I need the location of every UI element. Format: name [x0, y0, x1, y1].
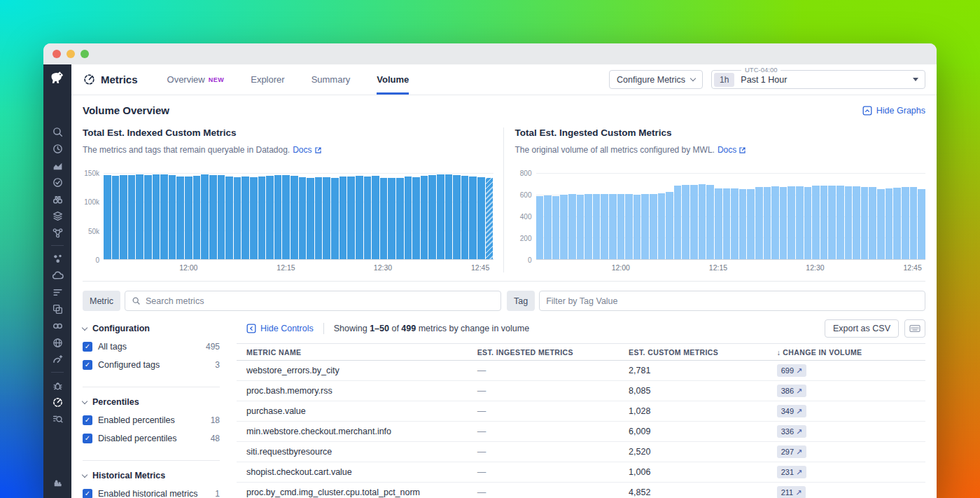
chart-bar — [193, 176, 201, 259]
monitors-icon[interactable] — [49, 174, 66, 191]
tag-filter-box[interactable] — [539, 291, 925, 311]
chart-bar — [250, 177, 258, 259]
sort-descending-icon: ↓ — [777, 348, 781, 357]
ci-pipelines-icon[interactable] — [49, 317, 66, 334]
tab-overview[interactable]: OverviewNEW — [167, 64, 225, 95]
search-metrics-input[interactable] — [146, 296, 494, 306]
chart-bar — [706, 185, 714, 259]
est-custom-cell: 4,852 — [619, 487, 767, 497]
docs-link[interactable]: Docs — [718, 145, 746, 155]
hide-graphs-link[interactable]: Hide Graphs — [862, 106, 925, 116]
tab-volume[interactable]: Volume — [377, 64, 409, 95]
metrics-explorer-icon[interactable] — [49, 410, 66, 427]
metrics-gauge-icon — [83, 73, 96, 86]
minimize-button[interactable] — [66, 50, 75, 58]
chart-bar — [266, 176, 274, 259]
security-icon[interactable] — [49, 377, 66, 394]
metric-search-box[interactable] — [125, 291, 501, 311]
table-row[interactable]: siti.requestbyresource—2,520297↗ — [237, 442, 925, 462]
change-in-volume-cell: 336↗ — [767, 425, 925, 438]
service-map-icon[interactable] — [49, 224, 66, 241]
time-range-picker[interactable]: UTC-04:00 1h Past 1 Hour — [711, 70, 925, 89]
database-monitoring-icon[interactable] — [49, 334, 66, 351]
chart-bar — [699, 184, 706, 259]
table-row[interactable]: proc.by_cmd.img_cluster.cpu.total_pct_no… — [237, 483, 925, 498]
chart-bar — [201, 174, 209, 259]
filter-checkbox-item[interactable]: ✓Enabled historical metrics1 — [83, 489, 220, 498]
checkbox[interactable]: ✓ — [83, 434, 92, 443]
column-metric-name[interactable]: METRIC NAME — [237, 348, 468, 357]
cloud-icon[interactable] — [49, 267, 66, 284]
keyboard-shortcuts-button[interactable] — [904, 319, 925, 338]
window-titlebar[interactable] — [43, 43, 937, 64]
chart-bar — [241, 177, 249, 259]
tab-explorer[interactable]: Explorer — [251, 64, 284, 95]
filter-checkbox-item[interactable]: ✓Enabled percentiles18 — [83, 415, 220, 425]
tab-summary[interactable]: Summary — [312, 64, 351, 95]
chart-bar — [796, 186, 804, 259]
checkbox[interactable]: ✓ — [83, 415, 92, 425]
est-ingested-cell: — — [468, 366, 619, 375]
chart-bar — [625, 194, 633, 259]
table-row[interactable]: proc.bash.memory.rss—8,085386↗ — [237, 381, 925, 401]
filter-checkbox-item[interactable]: ✓Configured tags3 — [83, 360, 220, 370]
processes-icon[interactable] — [49, 250, 66, 267]
datadog-logo-icon[interactable] — [48, 70, 66, 88]
chart-bar — [861, 187, 869, 259]
chart-bar — [421, 176, 428, 259]
checkbox[interactable]: ✓ — [83, 342, 92, 352]
chart-bar — [364, 177, 372, 259]
chart-bar — [331, 178, 339, 259]
column-change-in-volume[interactable]: ↓CHANGE IN VOLUME — [767, 348, 925, 357]
checkbox[interactable]: ✓ — [83, 360, 92, 370]
column-est-custom[interactable]: EST. CUSTOM METRICS — [619, 348, 767, 357]
metrics-icon-active[interactable] — [49, 394, 66, 410]
table-row[interactable]: shopist.checkout.cart.value—1,006231↗ — [237, 462, 925, 483]
est-ingested-cell: — — [468, 427, 619, 436]
search-icon[interactable] — [49, 123, 66, 140]
chart-bar — [820, 186, 828, 259]
filter-checkbox-item[interactable]: ✓Disabled percentiles48 — [83, 434, 220, 443]
time-range-label: Past 1 Hour — [741, 75, 787, 85]
chart-bar — [104, 175, 111, 259]
dashboards-icon[interactable] — [49, 157, 66, 174]
integrations-icon[interactable] — [49, 474, 66, 491]
export-csv-button[interactable]: Export as CSV — [825, 319, 899, 338]
filter-checkbox-item[interactable]: ✓All tags495 — [83, 342, 220, 352]
filter-group-header[interactable]: Percentiles — [83, 397, 220, 407]
close-button[interactable] — [52, 50, 61, 58]
watchdog-icon[interactable] — [49, 191, 66, 207]
nav-tabs: OverviewNEW Explorer Summary Volume — [167, 64, 410, 95]
infrastructure-icon[interactable] — [49, 207, 66, 224]
change-badge: 231↗ — [777, 466, 807, 478]
table-row[interactable]: min.webstore.checkout.merchant.info—6,00… — [237, 422, 925, 442]
chart-title: Total Est. Indexed Custom Metrics — [83, 127, 493, 138]
hide-controls-link[interactable]: Hide Controls — [246, 324, 314, 333]
logs-icon[interactable] — [49, 284, 66, 300]
checkbox[interactable]: ✓ — [83, 489, 92, 498]
filter-group-header[interactable]: Historical Metrics — [83, 471, 220, 480]
docs-link[interactable]: Docs — [293, 145, 321, 155]
maximize-button[interactable] — [80, 50, 89, 58]
table-body: webstore_errors.by_city—2,781699↗proc.ba… — [237, 361, 925, 498]
table-row[interactable]: purchase.value—1,028349↗ — [237, 401, 925, 422]
est-custom-cell: 2,520 — [619, 447, 767, 457]
chart-subtitle: The metrics and tags that remain queryab… — [83, 145, 493, 155]
column-est-ingested[interactable]: EST. INGESTED METRICS — [468, 348, 619, 357]
synthetics-icon[interactable] — [49, 351, 66, 368]
events-icon[interactable] — [49, 140, 66, 157]
chart-bar — [715, 188, 722, 259]
change-in-volume-cell: 231↗ — [767, 466, 925, 478]
chart-bar — [869, 187, 876, 259]
configure-metrics-button[interactable]: Configure Metrics — [609, 70, 703, 89]
indexed-metrics-bar-chart[interactable] — [104, 173, 493, 260]
chart-bar — [828, 186, 836, 259]
chart-bar — [658, 193, 666, 259]
ingested-metrics-bar-chart[interactable] — [536, 173, 926, 260]
tag-filter-input[interactable] — [546, 296, 918, 306]
filter-group-header[interactable]: Configuration — [83, 324, 220, 333]
table-row[interactable]: webstore_errors.by_city—2,781699↗ — [237, 361, 925, 381]
dropdown-caret-icon — [913, 78, 918, 81]
rum-icon[interactable] — [49, 300, 66, 317]
trend-up-icon: ↗ — [795, 488, 802, 497]
